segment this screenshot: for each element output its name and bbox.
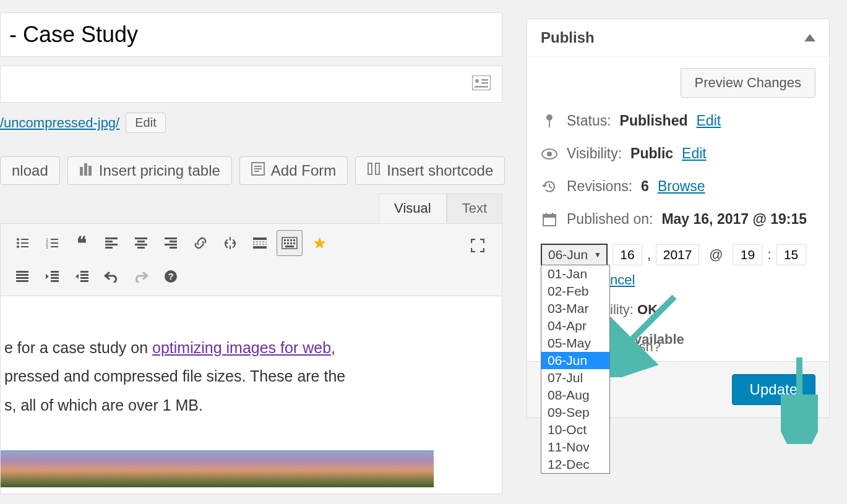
svg-rect-9 [254,166,262,167]
svg-rect-70 [543,215,556,218]
content-link[interactable]: optimizing images for web [152,339,331,356]
svg-rect-66 [549,120,550,127]
insert-shortcode-button[interactable]: Insert shortcode [355,156,505,185]
permalink-box [0,66,502,103]
publish-panel: Publish Preview Changes Status: Publishe… [527,19,830,418]
tab-text[interactable]: Text [447,194,502,223]
svg-rect-52 [16,274,28,276]
svg-rect-35 [170,241,177,242]
content-text: pressed and compressed file sizes. These… [4,367,345,385]
list-ul-icon[interactable] [9,230,35,256]
indent-icon[interactable] [69,263,95,289]
upload-button[interactable]: nload [0,156,60,185]
month-option[interactable]: 02-Feb [541,283,609,300]
year-input[interactable] [656,244,699,265]
svg-rect-3 [481,82,488,84]
star-icon[interactable]: ★ [306,230,332,256]
svg-rect-4 [475,86,488,88]
svg-rect-49 [293,242,295,244]
undo-icon[interactable] [98,263,124,289]
tab-visual[interactable]: Visual [379,194,447,223]
svg-point-1 [475,79,479,83]
hour-input[interactable] [733,244,762,265]
svg-point-18 [17,246,19,248]
add-form-button[interactable]: Add Form [239,156,348,185]
help-icon[interactable]: ? [158,263,184,289]
form-icon [251,162,265,179]
svg-rect-2 [481,79,488,81]
month-option[interactable]: 08-Aug [541,387,609,404]
month-option[interactable]: 11-Nov [541,438,609,456]
svg-rect-21 [51,239,58,240]
edit-status-link[interactable]: Edit [697,113,721,129]
month-option[interactable]: 03-Mar [541,300,609,317]
unlink-icon[interactable] [217,230,243,256]
month-option[interactable]: 10-Oct [541,421,609,438]
month-option[interactable]: 09-Sep [541,404,609,421]
edit-permalink-button[interactable]: Edit [126,113,165,133]
month-dropdown[interactable]: 01-Jan02-Feb03-Mar04-Apr05-May06-Jun07-J… [541,265,610,474]
editor-content[interactable]: e for a case study on optimizing images … [0,296,502,494]
keyboard-icon[interactable] [277,230,303,256]
read-more-icon[interactable] [247,230,273,256]
outdent-icon[interactable] [39,263,65,289]
month-option[interactable]: 07-Jul [541,369,609,387]
svg-rect-36 [165,244,177,246]
list-ol-icon[interactable]: 123 [39,230,65,256]
svg-rect-53 [16,277,28,279]
status-label: Status: [567,113,611,129]
month-option[interactable]: 12-Dec [541,456,609,473]
link-icon[interactable] [187,230,213,256]
minute-input[interactable] [776,244,806,265]
month-select[interactable]: 06-Jun [541,244,608,266]
svg-point-65 [546,114,552,121]
svg-rect-47 [287,242,289,244]
svg-rect-58 [51,280,59,282]
day-input[interactable] [613,244,642,265]
insert-pricing-table-button[interactable]: Insert pricing table [67,156,232,185]
panel-title: Publish [541,29,595,46]
browse-revisions-link[interactable]: Browse [658,178,705,195]
revisions-label: Revisions: [567,178,632,195]
svg-rect-39 [253,242,267,244]
svg-rect-48 [290,242,292,244]
align-left-icon[interactable] [98,230,124,256]
fullscreen-icon[interactable] [465,233,491,258]
svg-rect-26 [105,237,118,239]
month-option[interactable]: 01-Jan [541,265,609,283]
collapse-icon[interactable] [804,34,815,41]
eye-icon [541,148,558,160]
svg-rect-56 [51,274,59,276]
svg-rect-55 [51,271,59,273]
svg-rect-23 [51,242,58,244]
update-button[interactable]: Update [732,374,815,405]
history-icon [541,179,558,194]
svg-text:3: 3 [46,245,48,249]
svg-rect-44 [290,239,292,241]
align-justify-icon[interactable] [9,263,35,289]
shortcode-icon [367,162,381,179]
svg-rect-34 [165,237,177,239]
align-center-icon[interactable] [128,230,154,256]
month-option[interactable]: 06-Jun [541,352,609,369]
svg-rect-51 [16,271,28,273]
post-title-input[interactable] [0,12,502,57]
align-right-icon[interactable] [158,230,184,256]
svg-rect-28 [105,244,118,246]
svg-rect-60 [80,274,88,276]
edit-visibility-link[interactable]: Edit [682,145,707,162]
svg-rect-33 [137,247,145,249]
redo-icon[interactable] [128,263,154,289]
blockquote-icon[interactable]: ❝ [69,230,95,256]
month-option[interactable]: 04-Apr [541,317,609,335]
preview-changes-button[interactable]: Preview Changes [681,68,815,98]
bar-chart-icon [79,162,93,179]
svg-point-14 [17,238,19,241]
permalink-url[interactable]: /uncompressed-jpg/ [0,115,119,131]
month-option[interactable]: 05-May [541,335,609,352]
cancel-link[interactable]: ncel [610,272,635,288]
card-icon [472,75,491,93]
svg-rect-42 [284,239,286,241]
svg-rect-38 [253,237,267,240]
svg-rect-72 [552,213,553,216]
